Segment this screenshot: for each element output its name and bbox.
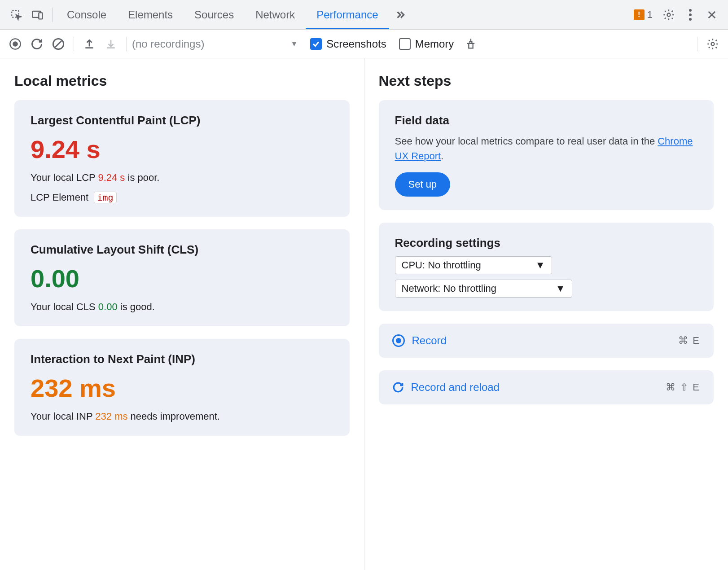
clear-icon[interactable]	[48, 34, 68, 54]
lcp-element-row: LCP Element img	[31, 192, 333, 203]
warning-badge[interactable]: ! 1	[634, 9, 653, 21]
cpu-throttle-select[interactable]: CPU: No throttling ▼	[395, 256, 552, 274]
recordings-dropdown[interactable]: (no recordings) ▼	[132, 38, 298, 50]
screenshots-label: Screenshots	[326, 38, 386, 50]
chevron-down-icon: ▼	[290, 40, 298, 48]
svg-point-11	[711, 42, 715, 45]
lcp-status-suffix: is poor.	[125, 172, 159, 183]
memory-checkbox[interactable]: Memory	[399, 38, 454, 50]
record-label: Record	[412, 334, 447, 347]
cls-card: Cumulative Layout Shift (CLS) 0.00 Your …	[14, 229, 350, 326]
setup-button[interactable]: Set up	[395, 172, 451, 197]
tab-elements[interactable]: Elements	[117, 0, 184, 29]
lcp-title: Largest Contentful Paint (LCP)	[31, 114, 333, 127]
cls-title: Cumulative Layout Shift (CLS)	[31, 243, 333, 257]
reload-icon[interactable]	[27, 34, 47, 54]
inp-status-suffix: needs improvement.	[127, 411, 219, 422]
svg-point-3	[667, 13, 671, 16]
lcp-card: Largest Contentful Paint (LCP) 9.24 s Yo…	[14, 100, 350, 217]
cpu-throttle-label: CPU: No throttling	[402, 259, 481, 271]
record-circle-icon	[392, 334, 405, 347]
local-metrics-heading: Local metrics	[14, 73, 350, 89]
cls-status-prefix: Your local CLS	[31, 301, 98, 312]
record-reload-action[interactable]: Record and reload ⌘ ⇧ E	[379, 370, 714, 404]
lcp-status: Your local LCP 9.24 s is poor.	[31, 172, 333, 184]
inp-status-prefix: Your local INP	[31, 411, 95, 422]
lcp-value: 9.24 s	[31, 135, 333, 164]
tab-network[interactable]: Network	[245, 0, 306, 29]
divider	[126, 37, 127, 51]
devtools-tab-bar: Console Elements Sources Network Perform…	[0, 0, 728, 30]
main-content: Local metrics Largest Contentful Paint (…	[0, 58, 728, 570]
recordings-label: (no recordings)	[132, 38, 204, 50]
divider	[697, 37, 697, 51]
checkbox-checked-icon	[310, 38, 322, 50]
next-steps-column: Next steps Field data See how your local…	[364, 58, 728, 570]
memory-label: Memory	[415, 38, 454, 50]
inp-title: Interaction to Next Paint (INP)	[31, 352, 333, 366]
local-metrics-column: Local metrics Largest Contentful Paint (…	[0, 58, 364, 570]
inp-status-value: 232 ms	[95, 411, 127, 422]
svg-point-8	[13, 41, 18, 47]
cls-status: Your local CLS 0.00 is good.	[31, 301, 333, 313]
field-data-title: Field data	[395, 114, 698, 127]
field-data-card: Field data See how your local metrics co…	[379, 100, 714, 210]
svg-point-6	[689, 18, 692, 21]
next-steps-heading: Next steps	[379, 73, 714, 89]
record-shortcut: ⌘ E	[678, 335, 700, 346]
inspect-element-icon[interactable]	[5, 4, 27, 26]
recording-settings-title: Recording settings	[395, 236, 698, 250]
lcp-element-tag[interactable]: img	[94, 192, 116, 203]
network-throttle-select[interactable]: Network: No throttling ▼	[395, 280, 572, 298]
panel-settings-icon[interactable]	[703, 34, 723, 54]
field-data-body: See how your local metrics compare to re…	[395, 134, 698, 163]
record-reload-label: Record and reload	[411, 381, 500, 394]
record-reload-shortcut: ⌘ ⇧ E	[666, 381, 700, 393]
warning-icon: !	[634, 9, 645, 20]
field-data-suffix: .	[441, 150, 443, 162]
record-icon[interactable]	[5, 34, 25, 54]
divider	[74, 37, 74, 51]
gc-icon[interactable]	[461, 34, 481, 54]
warning-count: 1	[647, 9, 653, 21]
more-tabs-icon[interactable]	[389, 4, 411, 26]
download-icon[interactable]	[101, 34, 121, 54]
svg-point-5	[689, 13, 692, 16]
recording-settings-card: Recording settings CPU: No throttling ▼ …	[379, 223, 714, 311]
lcp-element-label: LCP Element	[31, 192, 88, 203]
tab-performance[interactable]: Performance	[306, 0, 389, 29]
device-toolbar-icon[interactable]	[27, 4, 48, 26]
lcp-status-prefix: Your local LCP	[31, 172, 98, 183]
screenshots-checkbox[interactable]: Screenshots	[310, 38, 386, 50]
lcp-status-value: 9.24 s	[98, 172, 125, 183]
inp-card: Interaction to Next Paint (INP) 232 ms Y…	[14, 339, 350, 436]
inp-value: 232 ms	[31, 373, 333, 403]
cls-status-suffix: is good.	[118, 301, 155, 312]
tab-sources[interactable]: Sources	[184, 0, 245, 29]
inp-status: Your local INP 232 ms needs improvement.	[31, 411, 333, 422]
svg-rect-2	[39, 13, 42, 19]
tab-console[interactable]: Console	[56, 0, 117, 29]
cls-value: 0.00	[31, 264, 333, 293]
chevron-down-icon: ▼	[535, 259, 545, 271]
close-icon[interactable]	[701, 4, 723, 26]
checkbox-unchecked-icon	[399, 38, 411, 50]
chevron-down-icon: ▼	[556, 283, 566, 294]
svg-rect-10	[469, 43, 473, 48]
reload-icon	[392, 381, 404, 393]
svg-point-4	[689, 9, 692, 12]
upload-icon[interactable]	[79, 34, 99, 54]
divider	[52, 8, 53, 22]
cls-status-value: 0.00	[98, 301, 118, 312]
field-data-prefix: See how your local metrics compare to re…	[395, 136, 658, 147]
network-throttle-label: Network: No throttling	[402, 283, 497, 294]
record-action[interactable]: Record ⌘ E	[379, 324, 714, 358]
kebab-menu-icon[interactable]	[680, 4, 701, 26]
settings-icon[interactable]	[658, 4, 680, 26]
performance-toolbar: (no recordings) ▼ Screenshots Memory	[0, 30, 728, 58]
